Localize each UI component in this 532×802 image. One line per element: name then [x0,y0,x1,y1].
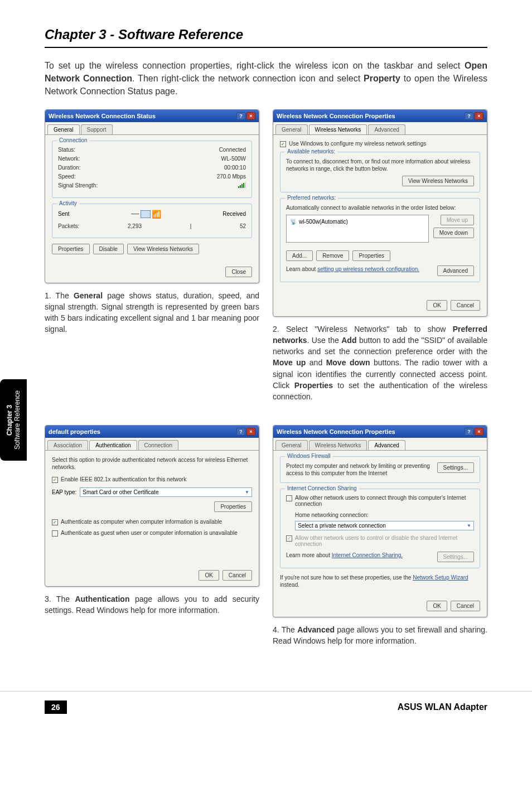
tab-wireless-networks[interactable]: Wireless Networks [309,124,367,134]
home-label: Home networking connection: [295,511,474,519]
close-icon[interactable]: × [246,112,255,120]
learn-text: Learn about setting up wireless network … [286,265,419,273]
preferred-listbox[interactable]: 📡 wl-500w(Automatic) [286,215,429,243]
disable-button[interactable]: Disable [93,244,124,254]
move-up-button[interactable]: Move up [441,215,474,225]
radio-tower-icon: 📡 [290,219,297,225]
tab-association[interactable]: Association [47,440,88,450]
page-number: 26 [45,700,67,714]
allow-control-checkbox[interactable]: ✓ [286,535,292,542]
tab-advanced[interactable]: Advanced [368,440,405,450]
view-networks-button[interactable]: View Wireless Networks [127,244,199,254]
network-value: WL-500W [221,156,246,162]
cancel-button[interactable]: Cancel [451,300,480,311]
chevron-down-icon: ▼ [245,490,249,495]
tab-authentication[interactable]: Authentication [89,440,137,450]
ok-button[interactable]: OK [427,601,447,611]
group-label: Internet Connection Sharing [285,485,359,491]
network-label: Network: [58,156,80,162]
duration-label: Duration: [58,165,81,171]
cancel-button[interactable]: Cancel [451,601,480,611]
tab-general[interactable]: General [275,124,308,134]
close-icon[interactable]: × [246,428,255,436]
learn-link[interactable]: setting up wireless network configuratio… [317,266,419,272]
tab-general[interactable]: General [47,124,80,134]
titlebar: Wireless Network Connection Properties ?… [273,110,487,122]
move-down-button[interactable]: Move down [433,228,474,238]
wizard-text: If you're not sure how to set these prop… [280,574,480,588]
cancel-button[interactable]: Cancel [223,570,252,581]
ok-button[interactable]: OK [199,570,219,581]
tabs: General Wireless Networks Advanced [273,122,487,134]
allow-connect-label: Allow other network users to connect thr… [295,495,474,507]
activity-icon: ── 📶 [131,210,161,219]
properties-button[interactable]: Properties [214,501,252,512]
allow-connect-checkbox[interactable] [286,495,292,501]
group-firewall: Windows Firewall Protect my computer and… [280,456,480,483]
tab-connection[interactable]: Connection [138,440,179,450]
available-text: To connect to, disconnect from, or find … [286,158,474,172]
tab-support[interactable]: Support [81,124,113,134]
dialog-title: default properties [49,428,100,435]
list-item[interactable]: 📡 wl-500w(Automatic) [289,218,426,226]
help-icon[interactable]: ? [236,428,245,436]
wizard-link[interactable]: Network Setup Wizard [413,574,468,581]
group-ics: Internet Connection Sharing Allow other … [280,489,480,568]
dialog-title: Wireless Network Connection Properties [277,428,395,435]
network-item: wl-500w(Automatic) [299,219,348,225]
duration-value: 00:00:10 [224,165,246,171]
dialog-title: Wireless Network Connection Properties [277,113,395,119]
help-icon[interactable]: ? [236,112,245,120]
use-windows-label: Use Windows to configure my wireless net… [289,141,426,147]
firewall-settings-button[interactable]: Settings... [437,462,474,473]
enable-8021x-checkbox[interactable]: ✓ [52,477,58,483]
speed-value: 270.0 Mbps [217,173,246,180]
ics-learn-link[interactable]: Internet Connection Sharing. [332,552,403,558]
caption-4: 4. The Advanced page allows you to set f… [273,624,487,647]
group-available: Available networks: To connect to, disco… [280,152,480,192]
add-button[interactable]: Add... [286,250,313,261]
dialog-wireless-networks: Wireless Network Connection Properties ?… [273,109,487,317]
close-button[interactable]: Close [225,267,252,277]
auth-computer-checkbox[interactable]: ✓ [52,519,58,525]
help-icon[interactable]: ? [465,428,473,436]
auth-guest-label: Authenticate as guest when user or compu… [61,530,238,536]
view-wireless-button[interactable]: View Wireless Networks [402,176,474,186]
ok-button[interactable]: OK [427,300,447,311]
tab-advanced[interactable]: Advanced [368,124,405,134]
home-connection-select[interactable]: Select a private network connection ▼ [295,521,474,530]
properties-button[interactable]: Properties [352,250,390,261]
tab-wireless-networks[interactable]: Wireless Networks [309,440,367,450]
firewall-text: Protect my computer and network by limit… [286,462,433,477]
dialog-authentication: default properties ? × Association Authe… [45,425,259,587]
titlebar: Wireless Network Connection Status ? × [45,110,259,122]
page-footer: 26 ASUS WLAN Adapter [0,691,532,723]
dialog-title: Wireless Network Connection Status [49,113,156,119]
eap-select[interactable]: Smart Card or other Certificate ▼ [80,487,252,497]
enable-8021x-label: Enable IEEE 802.1x authentication for th… [61,476,186,482]
signal-strength-icon [238,182,246,189]
tab-general[interactable]: General [275,440,308,450]
close-icon[interactable]: × [475,428,483,436]
properties-button[interactable]: Properties [52,244,90,254]
caption-3: 3. The Authentication page allows you to… [45,593,259,616]
auth-guest-checkbox[interactable] [52,530,58,537]
home-value: Select a private network connection [298,523,386,529]
use-windows-checkbox[interactable]: ✓ [280,141,286,147]
remove-button[interactable]: Remove [316,250,349,261]
group-label: Connection [57,137,90,143]
speed-label: Speed: [58,173,76,180]
status-value: Connected [219,147,246,153]
packets-received: 52 [240,223,246,229]
ics-settings-button[interactable]: Settings... [437,552,474,562]
help-icon[interactable]: ? [465,112,473,120]
intro-paragraph: To set up the wireless connection proper… [45,59,487,98]
advanced-button[interactable]: Advanced [437,265,474,276]
tower-icon: 📶 [152,210,161,219]
product-name: ASUS WLAN Adapter [398,702,487,712]
received-label: Received [223,211,246,217]
auth-intro-text: Select this option to provide authentica… [52,456,252,471]
close-icon[interactable]: × [475,112,483,120]
group-preferred: Preferred networks: Automatically connec… [280,198,480,282]
group-activity: Activity Sent ── 📶 Received Packets:2,29… [52,204,252,238]
